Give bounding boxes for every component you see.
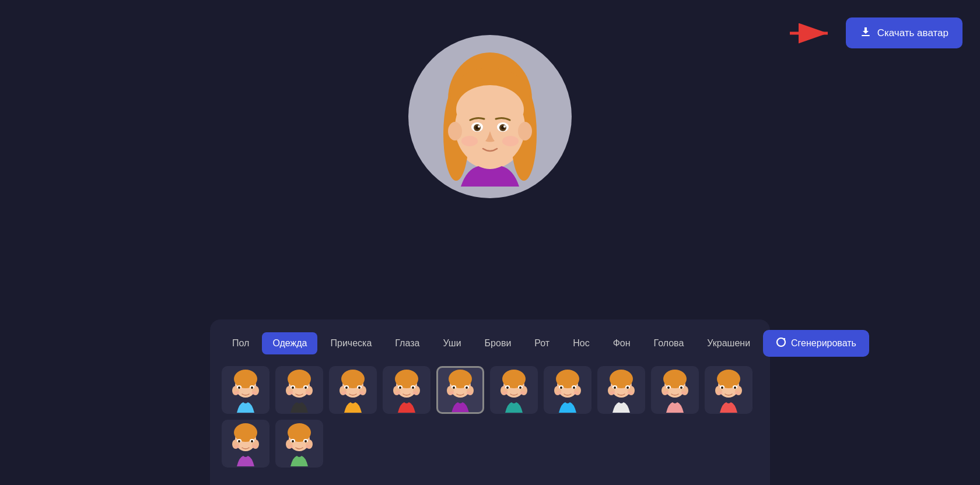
option-item-8[interactable] (597, 366, 645, 414)
svg-point-64 (412, 386, 414, 389)
svg-point-151 (292, 440, 294, 442)
tab-ushi[interactable]: Уши (432, 332, 471, 354)
svg-point-110 (627, 391, 633, 395)
svg-point-58 (395, 370, 418, 388)
svg-point-135 (234, 423, 257, 442)
svg-point-41 (292, 386, 294, 389)
option-item-3[interactable] (329, 366, 377, 414)
tab-nos[interactable]: Нос (562, 332, 600, 354)
svg-point-97 (573, 386, 575, 389)
svg-point-19 (503, 125, 506, 128)
svg-point-143 (251, 445, 257, 448)
svg-point-152 (304, 440, 307, 442)
svg-point-31 (251, 386, 253, 389)
options-grid (210, 366, 770, 473)
svg-point-130 (734, 386, 736, 389)
page-wrapper: Скачать аватар (0, 0, 980, 485)
svg-point-36 (288, 370, 311, 388)
svg-point-30 (238, 386, 240, 389)
svg-point-153 (288, 445, 293, 448)
tab-odezhda[interactable]: Одежда (262, 332, 317, 354)
tab-fon[interactable]: Фон (603, 332, 641, 354)
generate-button-label: Сгенерировать (791, 338, 856, 349)
svg-point-87 (502, 391, 508, 395)
svg-point-129 (721, 386, 723, 389)
tab-golova[interactable]: Голова (643, 332, 695, 354)
svg-point-99 (573, 391, 579, 395)
svg-point-85 (506, 386, 509, 389)
avatar-preview (408, 35, 572, 198)
svg-point-96 (560, 386, 562, 389)
option-item-5[interactable] (436, 366, 484, 414)
svg-point-32 (234, 391, 240, 395)
svg-point-131 (717, 391, 723, 395)
bottom-panel: Пол Одежда Прическа Глаза Уши Брови Рот … (210, 319, 770, 485)
download-button-label: Скачать аватар (877, 27, 949, 39)
svg-point-74 (453, 386, 455, 389)
svg-point-107 (614, 386, 616, 389)
tab-glaza[interactable]: Глаза (384, 332, 430, 354)
svg-point-98 (556, 391, 562, 395)
svg-rect-2 (862, 35, 870, 36)
svg-point-11 (456, 85, 524, 134)
svg-point-52 (345, 386, 348, 389)
svg-point-75 (466, 386, 468, 389)
svg-point-113 (663, 370, 687, 388)
generate-button[interactable]: Сгенерировать (763, 330, 869, 357)
svg-point-8 (448, 122, 462, 140)
svg-point-118 (667, 386, 670, 389)
svg-point-142 (234, 445, 240, 448)
svg-point-140 (238, 440, 240, 442)
tab-rot[interactable]: Рот (524, 332, 560, 354)
svg-point-76 (449, 391, 454, 395)
svg-point-15 (478, 125, 480, 128)
option-item-9[interactable] (651, 366, 699, 414)
svg-point-91 (556, 370, 579, 388)
svg-point-77 (466, 391, 472, 395)
option-item-6[interactable] (490, 366, 538, 414)
svg-point-66 (412, 391, 418, 395)
tab-pricheska[interactable]: Прическа (320, 332, 382, 354)
tab-ukrasheniya[interactable]: Украшени (696, 332, 761, 354)
tabs-row: Пол Одежда Прическа Глаза Уши Брови Рот … (210, 319, 770, 366)
tab-pol[interactable]: Пол (222, 332, 260, 354)
option-item-11[interactable] (222, 420, 270, 468)
svg-point-121 (681, 391, 687, 395)
svg-point-42 (304, 386, 307, 389)
option-item-1[interactable] (222, 366, 270, 414)
option-item-12[interactable] (275, 420, 323, 468)
svg-point-25 (234, 370, 257, 388)
arrow-indicator-icon (790, 22, 836, 45)
svg-point-9 (518, 122, 532, 140)
avatar-face-svg (414, 41, 566, 192)
svg-point-21 (502, 136, 519, 146)
option-item-7[interactable] (544, 366, 592, 414)
svg-point-86 (519, 386, 522, 389)
svg-point-63 (399, 386, 401, 389)
svg-point-102 (610, 370, 633, 388)
svg-point-47 (341, 370, 365, 388)
download-avatar-button[interactable]: Скачать аватар (846, 17, 963, 48)
svg-point-65 (395, 391, 401, 395)
svg-point-120 (663, 391, 669, 395)
svg-point-44 (305, 391, 311, 395)
svg-point-20 (461, 136, 478, 146)
svg-point-132 (734, 391, 740, 395)
option-item-2[interactable] (275, 366, 323, 414)
option-item-10[interactable] (705, 366, 752, 414)
svg-point-55 (359, 391, 365, 395)
svg-point-109 (610, 391, 615, 395)
tab-brovi[interactable]: Брови (474, 332, 522, 354)
svg-point-146 (288, 423, 311, 442)
generate-icon (776, 337, 786, 350)
svg-point-119 (680, 386, 682, 389)
svg-point-43 (288, 391, 293, 395)
svg-point-80 (502, 370, 526, 388)
svg-point-33 (251, 391, 257, 395)
svg-point-108 (626, 386, 629, 389)
svg-point-141 (251, 440, 253, 442)
svg-point-154 (305, 445, 311, 448)
option-item-4[interactable] (383, 366, 430, 414)
svg-point-88 (520, 391, 526, 395)
download-icon (860, 26, 872, 40)
